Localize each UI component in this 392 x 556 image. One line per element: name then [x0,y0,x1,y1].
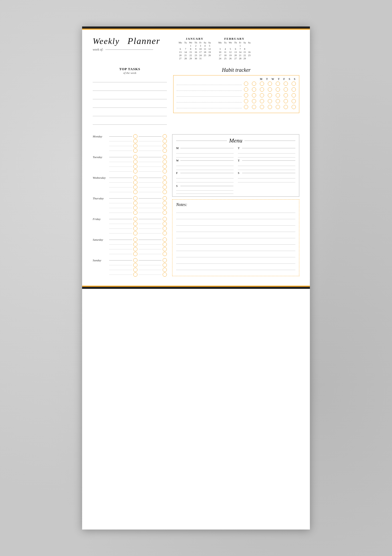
habit-circle[interactable] [268,93,272,97]
habit-circle[interactable] [284,105,288,109]
habit-circle[interactable] [260,105,264,109]
habit-circle[interactable] [260,99,264,103]
habit-circle[interactable] [276,87,280,92]
notes-line-1[interactable] [176,210,295,213]
tuesday-circle-1[interactable] [133,155,137,159]
habit-circle[interactable] [268,82,272,86]
title-area: Weekly Planner week of: [93,36,172,60]
thursday-circle-1[interactable] [133,196,137,200]
menu-saturday-label: S [238,172,241,174]
notes-line-5[interactable] [176,235,295,238]
notes-line-2[interactable] [176,216,295,219]
february-table: Mo Tu We Th Fr Sa Su 1 345678 1011121314… [217,41,252,60]
habit-circle[interactable] [252,105,256,109]
habit-tracker-days: M T W T F S S [177,78,296,80]
jan-day-th: Th [193,41,198,44]
friday-circle-1[interactable] [133,217,137,221]
menu-thursday-line [242,160,295,161]
wednesday-header: Wednesday [93,176,167,180]
bottom-bar [82,287,310,289]
tuesday-header: Tuesday [93,155,167,159]
menu-wednesday-row: W [176,159,234,162]
thursday-sub-3 [93,210,167,215]
menu-title-text: Menu [229,137,242,144]
habit-circle[interactable] [292,87,296,92]
habit-circle[interactable] [252,87,256,92]
habit-circle[interactable] [268,99,272,103]
habit-circle[interactable] [276,93,280,97]
menu-saturday-line [242,173,295,173]
friday-circle-2[interactable] [163,217,167,221]
habit-circle[interactable] [244,105,248,109]
notes-line-8[interactable] [176,254,295,257]
habit-circle[interactable] [284,99,288,103]
notes-line-9[interactable] [176,261,295,264]
habit-circle[interactable] [244,99,248,103]
habit-circle[interactable] [260,82,264,86]
habit-circle[interactable] [292,99,296,103]
monday-header: Monday [93,134,167,138]
habit-circle[interactable] [252,93,256,97]
habit-circle[interactable] [244,82,248,86]
notes-line-4[interactable] [176,229,295,232]
habit-circle[interactable] [292,82,296,86]
habit-circle[interactable] [244,93,248,97]
habit-circle[interactable] [276,105,280,109]
task-line-6[interactable] [93,120,167,125]
menu-thursday-label: T [238,159,241,162]
sunday-sub-1 [93,263,167,267]
tuesday-circle-2[interactable] [163,155,167,159]
habit-circle[interactable] [284,93,288,97]
sunday-circle-1[interactable] [133,258,137,262]
task-line-1[interactable] [93,78,167,82]
wednesday-sub-3 [93,190,167,194]
habit-circle[interactable] [284,82,288,86]
monday-circle-1[interactable] [133,134,137,138]
habit-circle[interactable] [244,87,248,92]
habit-circle[interactable] [276,99,280,103]
monday-line2 [139,136,162,137]
monday-sub-3 [93,149,167,153]
bottom-spacer [82,281,310,286]
sunday-circle-2[interactable] [163,258,167,262]
monday-circle-2[interactable] [163,134,167,138]
task-line-3[interactable] [93,95,167,99]
wednesday-circle-1[interactable] [133,176,137,180]
thursday-circle-2[interactable] [163,196,167,200]
menu-title: Menu [176,137,295,144]
notes-title: Notes: [176,202,295,207]
habit-circle[interactable] [268,87,272,92]
wednesday-circle-2[interactable] [163,176,167,180]
habit-circle[interactable] [284,87,288,92]
saturday-sub-1 [93,242,167,246]
habit-circle[interactable] [276,82,280,86]
habit-row-1 [177,82,296,86]
saturday-circle-2[interactable] [163,237,167,242]
wednesday-sub-2 [93,185,167,189]
notes-line-3[interactable] [176,222,295,226]
menu-monday-line [180,148,234,148]
jan-day-tu: Tu [183,41,188,44]
habit-circle[interactable] [268,105,272,109]
january-table: Mo Tu We Th Fr Sa Su 12345 6789101112 13… [177,41,212,60]
friday-sub-3 [93,231,167,235]
menu-sunday-row: S [176,185,233,187]
notes-line-7[interactable] [176,248,295,251]
tuesday-label: Tuesday [93,155,108,159]
habit-circle[interactable] [260,93,264,97]
habit-circle[interactable] [292,105,296,109]
habit-circle[interactable] [292,93,296,97]
task-line-4[interactable] [93,103,167,108]
notes-line-6[interactable] [176,241,295,245]
menu-monday-sub[interactable] [176,150,234,154]
habit-circle[interactable] [252,82,256,86]
notes-line-10[interactable] [176,267,295,270]
habit-circle[interactable] [252,99,256,103]
right-main: Habit tracker M T W T F S S [173,67,299,130]
sunday-sub-2 [93,268,167,272]
feb-day-tu: Tu [223,41,228,44]
habit-circle[interactable] [260,87,264,92]
saturday-circle-1[interactable] [133,237,137,242]
task-line-5[interactable] [93,111,167,116]
task-line-2[interactable] [93,86,167,91]
